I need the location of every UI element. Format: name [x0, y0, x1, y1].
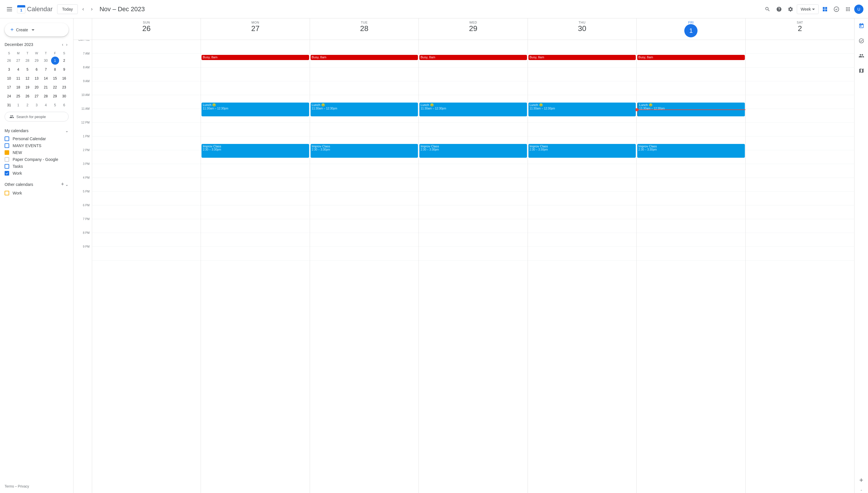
day-column-mon: Busy, 8am Lunch 🤢 11:30am – 12:30pm Impr…: [201, 40, 310, 493]
my-calendars-header[interactable]: My calendars ⌄: [5, 126, 69, 135]
calendar-item-paper-company[interactable]: Paper Company - Google: [5, 156, 69, 163]
prev-week-button[interactable]: ‹: [80, 4, 86, 14]
svg-rect-6: [17, 6, 25, 7]
sidebar: + Create December 2023 ‹ › S M T W T F S: [0, 18, 73, 493]
day-column-sun: [92, 40, 201, 493]
mini-calendar: December 2023 ‹ › S M T W T F S 26 27 28…: [0, 41, 73, 109]
people-icon: [9, 114, 14, 119]
main-body: + Create December 2023 ‹ › S M T W T F S: [0, 18, 868, 493]
search-button[interactable]: [762, 4, 773, 14]
paper-company-checkbox[interactable]: [5, 157, 9, 162]
terms-links: Terms – Privacy: [0, 482, 73, 491]
other-calendars-header[interactable]: Other calendars + ⌄: [5, 179, 69, 190]
svg-rect-1: [7, 9, 12, 9]
event-improv-fri[interactable]: Improv Class 2:30 – 3:30pm: [637, 144, 745, 158]
event-busy-wed[interactable]: Busy, 8am: [419, 55, 527, 60]
app-name: Calendar: [27, 5, 52, 13]
apps-button[interactable]: [843, 4, 853, 14]
day-header-tue: TUE 28: [310, 18, 418, 40]
current-time-dot: [636, 108, 638, 111]
help-button[interactable]: [774, 4, 784, 14]
event-lunch-mon[interactable]: Lunch 🤢 11:30am – 12:30pm: [202, 103, 309, 116]
event-lunch-tue[interactable]: Lunch 🤢 11:30am – 12:30pm: [311, 103, 418, 116]
grid-view-button[interactable]: [820, 4, 830, 14]
day-header-thu: THU 30: [528, 18, 636, 40]
svg-rect-0: [7, 7, 12, 8]
my-calendars-section: My calendars ⌄ Personal Calendar MANY EV…: [0, 126, 73, 177]
calendar-area: SUN 26 MON 27 TUE 28 WED 29 THU 30 FRI 1: [73, 18, 854, 493]
new-checkbox[interactable]: [5, 150, 9, 155]
avatar[interactable]: U: [854, 5, 863, 14]
day-header-fri: FRI 1: [636, 18, 745, 40]
tasks-button[interactable]: [831, 4, 842, 14]
event-improv-mon[interactable]: Improv Class 2:30 – 3:30pm: [202, 144, 309, 158]
paper-company-label: Paper Company - Google: [13, 157, 58, 162]
today-button[interactable]: Today: [57, 4, 77, 14]
hamburger-menu[interactable]: [5, 4, 14, 14]
calendar-item-personal[interactable]: Personal Calendar: [5, 135, 69, 142]
many-events-checkbox[interactable]: [5, 143, 9, 148]
day-column-tue: Busy, 8am Lunch 🤢 11:30am – 12:30pm Impr…: [310, 40, 418, 493]
calendar-item-new[interactable]: NEW: [5, 149, 69, 156]
mini-cal-days-of-week: S M T W T F S 26 27 28 29 30 1 2 3 4 5 6…: [5, 50, 69, 109]
event-busy-tue[interactable]: Busy, 8am: [311, 55, 418, 60]
top-nav: 1 Calendar Today ‹ › Nov – Dec 2023 Week…: [0, 0, 868, 18]
event-improv-wed[interactable]: Improv Class 2:30 – 3:30pm: [419, 144, 527, 158]
time-grid: GMT+01 7 AM 8 AM 9 AM 10 AM 11 AM 12 PM …: [73, 40, 854, 493]
calendar-item-other-work[interactable]: Work: [5, 190, 69, 196]
event-lunch-wed[interactable]: Lunch 🤢 11:30am – 12:30pm: [419, 103, 527, 116]
add-right-button[interactable]: +: [856, 475, 867, 485]
mini-cal-title: December 2023: [5, 42, 33, 47]
day-column-wed: Busy, 8am Lunch 🤢 11:30am – 12:30pm Impr…: [418, 40, 527, 493]
day-headers: SUN 26 MON 27 TUE 28 WED 29 THU 30 FRI 1: [73, 18, 854, 40]
mini-cal-next[interactable]: ›: [65, 41, 69, 48]
day-header-mon: MON 27: [201, 18, 310, 40]
personal-calendar-checkbox[interactable]: [5, 136, 9, 141]
mini-cal-header: December 2023 ‹ ›: [5, 41, 69, 48]
days-grid: Busy, 8am Lunch 🤢 11:30am – 12:30pm Impr…: [92, 40, 854, 493]
calendar-item-tasks[interactable]: Tasks: [5, 163, 69, 170]
mini-cal-prev[interactable]: ‹: [61, 41, 65, 48]
svg-point-8: [834, 7, 839, 12]
work-checkbox[interactable]: [5, 171, 9, 175]
time-gutter-header: [73, 18, 92, 40]
right-sidebar: + ›: [854, 18, 868, 493]
event-busy-mon[interactable]: Busy, 8am: [202, 55, 309, 60]
event-improv-tue[interactable]: Improv Class 2:30 – 3:30pm: [311, 144, 418, 158]
day-column-thu: Busy, 8am Lunch 🤢 11:30am – 12:30pm Impr…: [528, 40, 636, 493]
search-people[interactable]: Search for people: [5, 112, 69, 122]
calendar-item-many-events[interactable]: MANY EVENTS: [5, 142, 69, 149]
day-header-sun: SUN 26: [92, 18, 201, 40]
logo-area: 1 Calendar: [17, 5, 52, 14]
expand-right-icon[interactable]: ›: [860, 490, 863, 491]
map-right-icon[interactable]: [856, 65, 867, 76]
event-improv-thu[interactable]: Improv Class 2:30 – 3:30pm: [528, 144, 636, 158]
add-other-calendar-icon[interactable]: +: [61, 181, 64, 187]
search-people-label: Search for people: [16, 115, 46, 119]
current-time-line: [637, 109, 745, 110]
day-header-sat: SAT 2: [746, 18, 854, 40]
plus-icon: +: [10, 26, 14, 33]
day-column-sat: [746, 40, 854, 493]
other-work-checkbox[interactable]: [5, 191, 9, 195]
create-button[interactable]: + Create: [5, 23, 69, 37]
calendar-item-work[interactable]: Work: [5, 170, 69, 177]
event-lunch-thu[interactable]: Lunch 🤢 11:30am – 12:30pm: [528, 103, 636, 116]
view-selector[interactable]: Week: [797, 4, 819, 14]
calendar-right-icon[interactable]: [856, 21, 867, 31]
event-busy-fri[interactable]: Busy, 8am: [637, 55, 745, 60]
event-busy-thu[interactable]: Busy, 8am: [528, 55, 636, 60]
other-calendars-section: Other calendars + ⌄ Work: [0, 179, 73, 196]
tasks-checkbox[interactable]: [5, 164, 9, 169]
tasks-right-icon[interactable]: [856, 36, 867, 46]
terms-link[interactable]: Terms: [5, 485, 14, 488]
settings-button[interactable]: [785, 4, 796, 14]
date-range: Nov – Dec 2023: [99, 5, 758, 13]
next-week-button[interactable]: ›: [89, 4, 95, 14]
top-icons: Week U: [762, 4, 863, 14]
time-labels: GMT+01 7 AM 8 AM 9 AM 10 AM 11 AM 12 PM …: [73, 40, 92, 493]
google-calendar-logo: 1: [17, 5, 26, 14]
privacy-link[interactable]: Privacy: [18, 485, 29, 488]
svg-text:1: 1: [20, 8, 22, 12]
people-right-icon[interactable]: [856, 50, 867, 61]
